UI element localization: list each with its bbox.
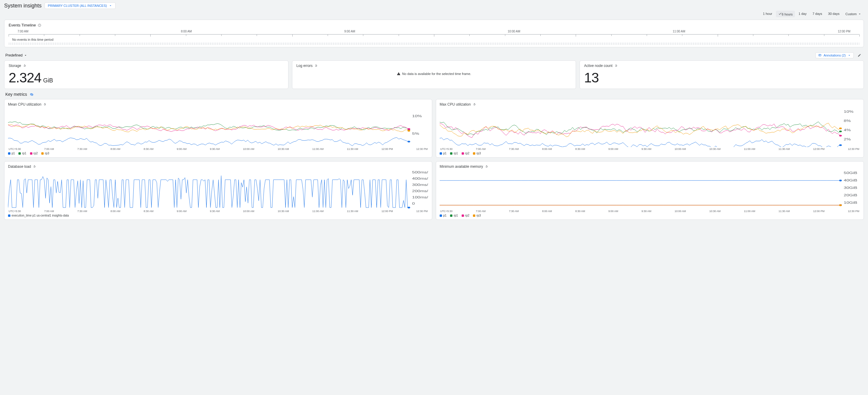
- chart-plot[interactable]: 50GiB40GiB30GiB20GiB10GiB: [440, 170, 860, 209]
- x-axis-label: 7:30 AM: [77, 147, 87, 150]
- svg-point-8: [408, 130, 410, 132]
- chart-title: Max CPU utilization: [440, 102, 471, 107]
- time-range-6-hours[interactable]: 6 hours: [776, 11, 795, 17]
- legend-swatch: [30, 152, 32, 155]
- time-range-7-days[interactable]: 7 days: [810, 11, 824, 17]
- x-axis-label: 9:30 AM: [210, 147, 220, 150]
- svg-text:100ms/s: 100ms/s: [412, 196, 428, 199]
- x-axis-label: 10:00 AM: [675, 210, 686, 213]
- time-range-selector: 1 hour6 hours1 day7 days30 daysCustom: [4, 11, 864, 17]
- svg-text:300ms/s: 300ms/s: [412, 183, 428, 187]
- legend-item[interactable]: rp3: [41, 152, 49, 155]
- legend-swatch: [450, 152, 453, 155]
- legend-label: rp1: [454, 152, 458, 155]
- refresh-icon[interactable]: [485, 165, 488, 168]
- legend-item[interactable]: rp3: [473, 152, 480, 155]
- x-axis-label: 12:30 PM: [848, 210, 859, 213]
- page-title: System insights: [4, 3, 41, 9]
- x-axis-label: 12:00 PM: [381, 210, 393, 213]
- chart-plot[interactable]: 10%5%: [8, 108, 428, 147]
- legend-item[interactable]: rp2: [462, 214, 469, 217]
- legend-item[interactable]: rp2: [30, 152, 38, 155]
- x-axis-label: 8:00 AM: [111, 210, 120, 213]
- legend-item[interactable]: rp3: [473, 214, 480, 217]
- refresh-icon[interactable]: [614, 64, 618, 67]
- x-axis-label: 7:00 AM: [476, 210, 486, 213]
- refresh-icon[interactable]: [23, 64, 26, 67]
- legend-label: execution_time p1 us-central1 insights-d…: [11, 214, 69, 217]
- legend-label: rp3: [476, 152, 480, 155]
- legend-label: rp1: [22, 152, 26, 155]
- edit-button[interactable]: [856, 52, 863, 59]
- storage-card: Storage 2.324 GiB: [4, 60, 288, 89]
- legend-item[interactable]: p1: [8, 152, 15, 155]
- legend-item[interactable]: rp1: [19, 152, 26, 155]
- legend-item[interactable]: rp1: [450, 214, 458, 217]
- chevron-down-icon: [858, 12, 862, 16]
- x-axis-label: 7:00 AM: [476, 147, 486, 150]
- legend-item[interactable]: p1: [440, 214, 446, 217]
- time-range-1-hour[interactable]: 1 hour: [761, 11, 774, 17]
- refresh-icon[interactable]: [314, 64, 318, 67]
- x-axis-label: 8:30 AM: [144, 147, 153, 150]
- x-axis-label: 11:30 AM: [347, 147, 358, 150]
- x-axis-tz: UTC+5:30: [9, 210, 21, 213]
- chart-legend: p1rp1rp2rp3: [8, 150, 428, 155]
- legend-swatch: [462, 215, 464, 217]
- chart-legend: p1rp1rp2rp3: [440, 150, 860, 155]
- node-count-value: 13: [584, 69, 598, 86]
- storage-title: Storage: [9, 64, 21, 68]
- x-axis-label: 7:30 AM: [509, 210, 519, 213]
- x-axis-label: 12:30 PM: [416, 210, 428, 213]
- legend-swatch: [19, 152, 21, 155]
- legend-label: rp1: [454, 214, 458, 217]
- legend-item[interactable]: execution_time p1 us-central1 insights-d…: [8, 214, 69, 217]
- x-axis-label: 8:30 AM: [575, 147, 585, 150]
- svg-point-32: [839, 204, 842, 206]
- x-axis-tz: UTC+5:30: [440, 147, 453, 150]
- time-range-30-days[interactable]: 30 days: [826, 11, 842, 17]
- time-range-custom[interactable]: Custom: [843, 11, 864, 17]
- refresh-icon[interactable]: [473, 103, 476, 106]
- x-axis-label: 11:00 AM: [312, 210, 323, 213]
- svg-text:30GiB: 30GiB: [844, 187, 857, 190]
- x-axis-label: 11:30 AM: [347, 210, 358, 213]
- x-axis-label: 10:00 AM: [243, 210, 254, 213]
- node-count-card: Active node count 13: [580, 60, 864, 89]
- legend-label: rp3: [45, 152, 49, 155]
- svg-text:4%: 4%: [844, 129, 851, 132]
- svg-point-15: [839, 135, 842, 137]
- legend-item[interactable]: rp1: [450, 152, 458, 155]
- x-axis-label: 9:30 AM: [642, 210, 651, 213]
- legend-item[interactable]: p1: [440, 152, 446, 155]
- node-count-title: Active node count: [584, 64, 612, 68]
- time-range-1-day[interactable]: 1 day: [796, 11, 809, 17]
- predefined-dropdown[interactable]: Predefined: [5, 53, 27, 57]
- svg-point-5: [408, 141, 410, 142]
- chart-db_load: Database load500ms/s400ms/s300ms/s200ms/…: [4, 161, 432, 220]
- x-axis-label: 8:30 AM: [144, 210, 153, 213]
- cluster-selector-chip[interactable]: PRIMARY CLUSTER (ALL INSTANCES): [44, 2, 116, 9]
- legend-label: rp2: [34, 152, 38, 155]
- chart-title: Database load: [8, 165, 31, 169]
- x-axis-label: 9:00 AM: [608, 147, 618, 150]
- chart-plot[interactable]: 10%8%4%2%: [440, 108, 860, 147]
- link-icon[interactable]: [29, 92, 34, 97]
- chart-mean_cpu: Mean CPU utilization10%5%UTC+5:307:00 AM…: [4, 99, 432, 158]
- timeline-tick-label: 8:00 AM: [181, 30, 192, 33]
- refresh-icon[interactable]: [43, 103, 46, 106]
- annotations-label: Annotations (2): [824, 54, 846, 57]
- svg-point-14: [839, 131, 842, 132]
- x-axis-label: 12:00 PM: [381, 147, 393, 150]
- svg-text:400ms/s: 400ms/s: [412, 177, 428, 180]
- legend-item[interactable]: rp2: [462, 152, 469, 155]
- chart-plot[interactable]: 500ms/s400ms/s300ms/s200ms/s100ms/s0: [8, 170, 428, 209]
- refresh-icon[interactable]: [33, 165, 36, 168]
- legend-label: rp2: [465, 214, 469, 217]
- svg-text:?: ?: [39, 24, 40, 26]
- annotations-chip[interactable]: Annotations (2): [815, 52, 854, 58]
- x-axis-label: 11:00 AM: [744, 210, 755, 213]
- chart-legend: execution_time p1 us-central1 insights-d…: [8, 213, 428, 217]
- x-axis-label: 12:30 PM: [416, 147, 428, 150]
- help-icon[interactable]: ?: [38, 24, 41, 27]
